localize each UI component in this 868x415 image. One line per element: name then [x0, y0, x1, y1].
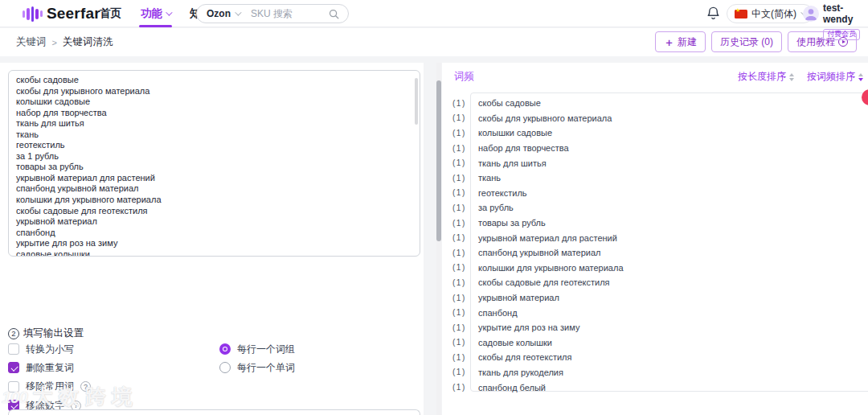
- frequency-keyword: укрывной материал: [478, 293, 559, 302]
- frequency-title: 词频: [454, 70, 474, 84]
- frequency-count: (1): [452, 338, 472, 347]
- checkbox-unchecked-icon[interactable]: [8, 343, 19, 355]
- output-settings-label: 填写输出设置: [23, 327, 84, 340]
- frequency-row[interactable]: (1)укрывной материал для растений: [452, 230, 858, 245]
- frequency-count: (1): [452, 263, 472, 272]
- history-button-label: 历史记录 (0): [720, 35, 773, 49]
- frequency-keyword: укрытие для роз на зиму: [478, 323, 579, 332]
- frequency-row[interactable]: (1)геотекстиль: [452, 186, 858, 201]
- sort-by-length[interactable]: 按长度排序: [738, 70, 794, 84]
- radio-unselected-icon[interactable]: [219, 362, 231, 373]
- panel-scrollbar-thumb[interactable]: [436, 80, 441, 241]
- frequency-row[interactable]: (1)скобы садовые для геотекстиля: [452, 275, 858, 290]
- frequency-keyword: ткань: [478, 173, 501, 183]
- breadcrumb-parent[interactable]: 关键词: [16, 35, 47, 49]
- frequency-row[interactable]: (1)спанбонд укрывной материал: [452, 245, 858, 261]
- checkbox-option-0[interactable]: 转换为小写: [8, 343, 105, 355]
- sort-carets-icon: [858, 73, 863, 81]
- frequency-row[interactable]: (1)укрытие для роз на зиму: [452, 320, 858, 335]
- frequency-count: (1): [452, 278, 472, 287]
- frequency-row[interactable]: (1)ткань: [452, 171, 858, 186]
- frequency-count: (1): [452, 203, 472, 212]
- keywords-input-wrap: скобы садовые скобы для укрывного матери…: [8, 70, 420, 257]
- frequency-keyword: колышки садовые: [478, 128, 552, 138]
- radio-option-1[interactable]: 每行一个单词: [219, 362, 295, 373]
- sort-by-frequency-label: 按词频排序: [807, 70, 855, 84]
- output-settings-title: 2 填写输出设置: [8, 327, 84, 340]
- platform-select[interactable]: Ozon: [207, 8, 240, 19]
- top-nav: Seerfar 首页功能知识库 Ozon SKU 搜索 中文(简体) test-…: [0, 0, 868, 27]
- china-flag-icon: [735, 10, 747, 18]
- frequency-keyword: за рубль: [478, 203, 514, 212]
- breadcrumb-current: 关键词清洗: [63, 35, 113, 49]
- help-icon[interactable]: ?: [80, 381, 91, 392]
- radio-label: 每行一个词组: [237, 343, 295, 356]
- sort-by-length-label: 按长度排序: [738, 70, 786, 84]
- username: test-wendy: [823, 2, 868, 25]
- frequency-count: (1): [452, 129, 472, 138]
- frequency-row[interactable]: (1)укрывной материал: [452, 290, 858, 306]
- history-button[interactable]: 历史记录 (0): [711, 31, 782, 52]
- sort-by-frequency[interactable]: 按词频排序: [807, 70, 863, 84]
- keywords-textarea[interactable]: скобы садовые скобы для укрывного матери…: [8, 70, 420, 257]
- frequency-row[interactable]: (1)ткань для шитья: [452, 155, 858, 171]
- user-info[interactable]: test-wendy 付费会员: [823, 2, 868, 40]
- radio-selected-icon[interactable]: [219, 343, 231, 355]
- nav-item-1[interactable]: 功能: [141, 0, 170, 27]
- chevron-down-icon: [235, 9, 241, 15]
- membership-badge: 付费会员: [823, 29, 860, 40]
- frequency-keyword: скобы садовые: [478, 98, 541, 108]
- chevron-down-icon: [166, 9, 172, 15]
- brand-logo[interactable]: Seerfar: [23, 0, 100, 27]
- person-icon: [803, 6, 819, 22]
- platform-select-value: Ozon: [207, 8, 231, 19]
- frequency-row[interactable]: (1)товары за рубль: [452, 216, 858, 231]
- frequency-count: (1): [452, 219, 472, 228]
- create-button-label: 新建: [678, 35, 697, 49]
- brand-logo-icon: [23, 6, 43, 22]
- sku-search-box[interactable]: Ozon SKU 搜索: [196, 4, 349, 23]
- keywords-input-panel: скобы садовые скобы для укрывного матери…: [0, 63, 424, 415]
- plus-icon: ＋: [664, 37, 674, 47]
- create-button[interactable]: ＋ 新建: [655, 31, 706, 52]
- frequency-row[interactable]: (1)скобы для геотекстиля: [452, 350, 858, 365]
- frequency-keyword: спанбонд укрывной материал: [478, 248, 600, 257]
- frequency-row[interactable]: (1)колышки для укрывного материала: [452, 261, 858, 276]
- frequency-row[interactable]: (1)спанбонд белый: [452, 380, 858, 395]
- checkbox-option-1[interactable]: 删除重复词: [8, 362, 105, 373]
- checkbox-label: 移除常用词: [26, 380, 74, 393]
- language-selector[interactable]: 中文(简体): [727, 4, 813, 23]
- frequency-row[interactable]: (1)спанбонд: [452, 305, 858, 320]
- frequency-count: (1): [452, 294, 472, 302]
- search-input[interactable]: SKU 搜索: [251, 7, 328, 21]
- frequency-row[interactable]: (1)за рубль: [452, 200, 858, 216]
- nav-item-0[interactable]: 首页: [100, 0, 121, 27]
- frequency-row[interactable]: (1)скобы для укрывного материала: [452, 111, 858, 126]
- frequency-row[interactable]: (1)садовые колышки: [452, 335, 858, 351]
- frequency-row[interactable]: (1)колышки садовые: [452, 125, 858, 141]
- checkbox-checked-icon[interactable]: [8, 362, 19, 373]
- frequency-count: (1): [452, 174, 472, 183]
- frequency-row[interactable]: (1)набор для творчества: [452, 141, 858, 156]
- frequency-row[interactable]: (1)скобы садовые: [452, 96, 858, 111]
- search-icon[interactable]: [328, 8, 340, 20]
- frequency-keyword: геотекстиль: [478, 188, 527, 198]
- checkbox-option-2[interactable]: 移除常用词?: [8, 381, 105, 392]
- frequency-keyword: товары за рубль: [478, 218, 546, 228]
- user-avatar[interactable]: [803, 6, 819, 22]
- frequency-count: (1): [452, 233, 472, 242]
- frequency-row[interactable]: (1)ткань для рукоделия: [452, 365, 858, 380]
- textarea-scrollbar[interactable]: [415, 78, 418, 125]
- breadcrumb-separator: >: [52, 38, 57, 47]
- nav-item-label: 首页: [100, 0, 121, 27]
- checkbox-unchecked-icon[interactable]: [8, 381, 19, 392]
- frequency-keyword: ткань для шитья: [478, 158, 547, 168]
- frequency-count: (1): [452, 323, 472, 332]
- subheader: 关键词 > 关键词清洗 ＋ 新建 历史记录 (0) 使用教程: [0, 28, 868, 56]
- radio-option-0[interactable]: 每行一个词组: [219, 343, 295, 355]
- frequency-keyword: набор для творчества: [478, 143, 569, 153]
- notification-bell-icon[interactable]: [706, 6, 721, 21]
- frequency-list: (1)скобы садовые(1)скобы для укрывного м…: [452, 96, 858, 395]
- frequency-keyword: спанбонд: [478, 308, 518, 318]
- radio-options: 每行一个词组每行一个单词: [219, 343, 295, 373]
